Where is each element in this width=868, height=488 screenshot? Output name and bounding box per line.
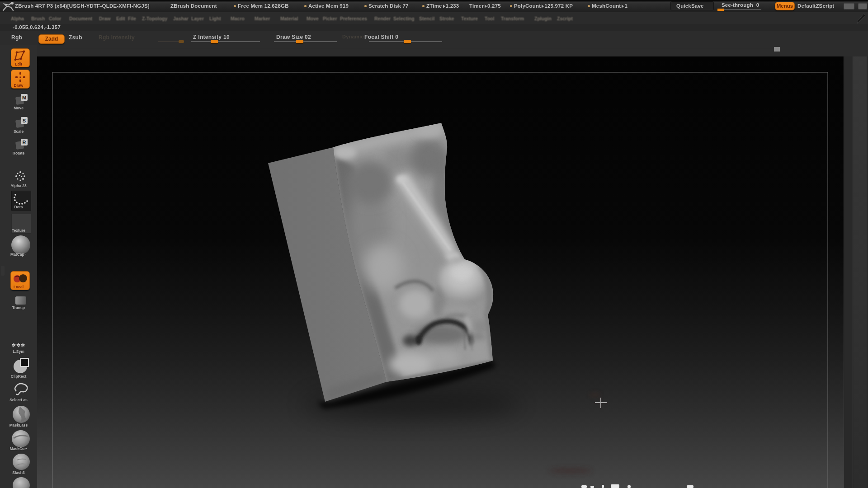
svg-text:S: S bbox=[23, 118, 26, 123]
svg-text:M: M bbox=[22, 95, 26, 100]
svg-text:R: R bbox=[23, 140, 26, 145]
